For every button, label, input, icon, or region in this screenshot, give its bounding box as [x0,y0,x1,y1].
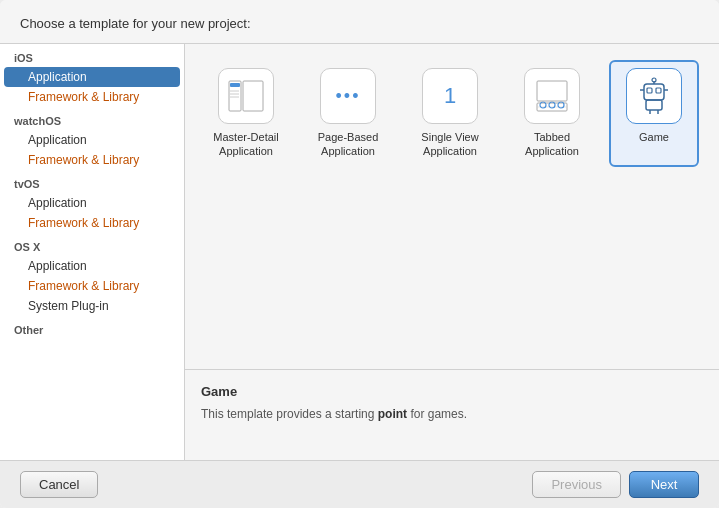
master-detail-svg [227,77,265,115]
sidebar-item-tvos-application[interactable]: Application [0,193,184,213]
page-based-icon-dots: ••• [336,86,361,107]
template-label-single-view: Single ViewApplication [421,130,478,159]
template-item-page-based[interactable]: ••• Page-BasedApplication [303,60,393,167]
svg-rect-11 [537,81,567,101]
svg-rect-14 [656,88,661,93]
sidebar-item-osx-framework[interactable]: Framework & Library [0,276,184,296]
template-item-tabbed[interactable]: TabbedApplication [507,60,597,167]
header-text: Choose a template for your new project: [20,16,251,31]
description-area: Game This template provides a starting p… [185,370,719,460]
content-area: Master-DetailApplication ••• Page-BasedA… [185,44,719,460]
template-icon-game [626,68,682,124]
template-icon-tabbed [524,68,580,124]
dialog-footer: Cancel Previous Next [0,460,719,508]
svg-rect-13 [647,88,652,93]
template-icon-single-view: 1 [422,68,478,124]
sidebar: iOS Application Framework & Library watc… [0,44,185,460]
tabbed-svg [533,77,571,115]
sidebar-item-watchos-framework[interactable]: Framework & Library [0,150,184,170]
sidebar-item-ios-application[interactable]: Application [4,67,180,87]
sidebar-item-osx-application[interactable]: Application [0,256,184,276]
template-label-master-detail: Master-DetailApplication [213,130,278,159]
dialog-header: Choose a template for your new project: [0,0,719,44]
cancel-button[interactable]: Cancel [20,471,98,498]
template-item-master-detail[interactable]: Master-DetailApplication [201,60,291,167]
template-item-single-view[interactable]: 1 Single ViewApplication [405,60,495,167]
template-label-tabbed: TabbedApplication [525,130,579,159]
template-label-game: Game [639,130,669,144]
svg-rect-2 [230,83,240,87]
single-view-icon-number: 1 [444,83,456,109]
sidebar-section-other: Other [0,316,184,339]
sidebar-section-watchos: watchOS [0,107,184,130]
svg-point-16 [652,78,656,82]
template-icon-master-detail [218,68,274,124]
description-emphasis: point [378,407,407,421]
template-icon-page-based: ••• [320,68,376,124]
description-text: This template provides a starting point … [201,405,703,423]
previous-button[interactable]: Previous [532,471,621,498]
sidebar-section-tvos: tvOS [0,170,184,193]
sidebar-item-osx-plugin[interactable]: System Plug-in [0,296,184,316]
navigation-buttons: Previous Next [532,471,699,498]
description-title: Game [201,384,703,399]
template-item-game[interactable]: Game [609,60,699,167]
sidebar-item-tvos-framework[interactable]: Framework & Library [0,213,184,233]
template-label-page-based: Page-BasedApplication [318,130,379,159]
sidebar-item-ios-framework[interactable]: Framework & Library [0,87,184,107]
sidebar-section-ios: iOS [0,44,184,67]
dialog-body: iOS Application Framework & Library watc… [0,44,719,460]
next-button[interactable]: Next [629,471,699,498]
sidebar-item-watchos-application[interactable]: Application [0,130,184,150]
template-dialog: Choose a template for your new project: … [0,0,719,508]
svg-rect-1 [243,81,263,111]
svg-rect-17 [646,100,662,110]
game-svg [634,76,674,116]
template-grid: Master-DetailApplication ••• Page-BasedA… [185,44,719,370]
sidebar-section-osx: OS X [0,233,184,256]
